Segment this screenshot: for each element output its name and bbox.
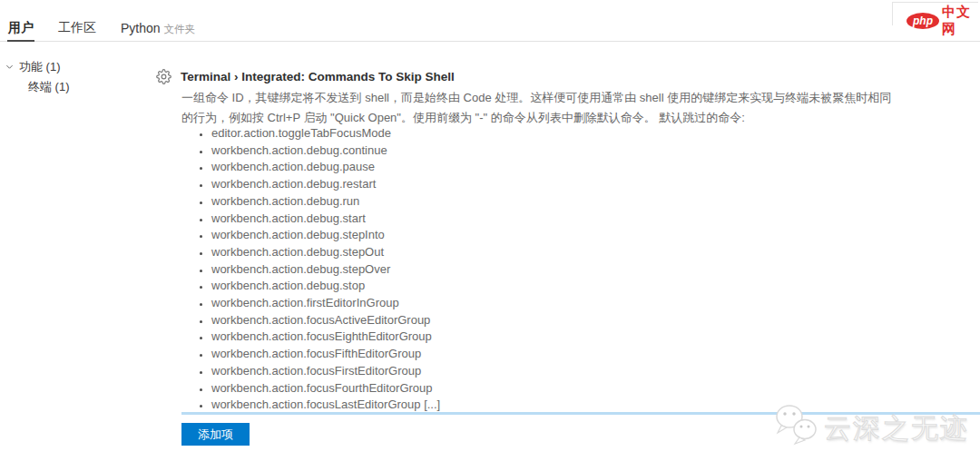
command-list-item: workbench.action.focusFifthEditorGroup bbox=[211, 346, 440, 363]
watermark: 云深之无迹 bbox=[771, 401, 969, 456]
setting-title: Terminal › Integrated: Commands To Skip … bbox=[181, 70, 455, 83]
toc-item-features[interactable]: 功能 (1) bbox=[0, 58, 70, 76]
command-list-item: workbench.action.debug.stepInto bbox=[211, 227, 440, 244]
tab-folder-suffix: 文件夹 bbox=[164, 24, 196, 34]
tab-python-label: Python bbox=[121, 21, 161, 35]
command-list: editor.action.toggleTabFocusModeworkbenc… bbox=[181, 125, 440, 414]
command-list-item: workbench.action.debug.pause bbox=[211, 159, 440, 176]
tab-user[interactable]: 用户 bbox=[8, 20, 34, 41]
php-cn-logo: php 中文网 bbox=[906, 4, 980, 38]
command-list-item: workbench.action.focusFourthEditorGroup bbox=[211, 380, 440, 397]
setting-category: Terminal › Integrated: bbox=[181, 70, 309, 83]
command-list-item: workbench.action.focusActiveEditorGroup bbox=[211, 312, 440, 329]
chevron-down-icon bbox=[5, 61, 15, 74]
setting-name: Commands To Skip Shell bbox=[309, 70, 455, 83]
watermark-text: 云深之无迹 bbox=[824, 410, 969, 447]
tab-workspace[interactable]: 工作区 bbox=[58, 20, 96, 41]
command-list-item: workbench.action.debug.continue bbox=[211, 142, 440, 160]
command-list-item: editor.action.toggleTabFocusMode bbox=[211, 125, 440, 142]
command-list-item: workbench.action.debug.run bbox=[211, 193, 440, 211]
tab-python-folder[interactable]: Python文件夹 bbox=[121, 21, 195, 41]
wechat-icon bbox=[771, 401, 824, 456]
toc-features-label: 功能 (1) bbox=[19, 59, 61, 75]
php-logo-text: 中文网 bbox=[942, 4, 980, 38]
command-list-item: workbench.action.focusEighthEditorGroup bbox=[211, 329, 440, 346]
command-list-item: workbench.action.debug.stepOut bbox=[211, 244, 440, 261]
command-list-item: workbench.action.debug.stop bbox=[211, 278, 440, 295]
add-item-button[interactable]: 添加项 bbox=[181, 423, 250, 446]
toc-terminal-label: 终端 (1) bbox=[28, 80, 70, 93]
settings-toc: 功能 (1) 终端 (1) bbox=[0, 58, 70, 97]
setting-header: Terminal › Integrated: Commands To Skip … bbox=[156, 69, 455, 84]
toc-item-terminal[interactable]: 终端 (1) bbox=[0, 79, 70, 97]
settings-scope-tabbar: 用户 工作区 Python文件夹 bbox=[0, 19, 980, 42]
command-list-item: workbench.action.debug.stepOver bbox=[211, 261, 440, 279]
command-list-item: workbench.action.focusFirstEditorGroup bbox=[211, 363, 440, 380]
gear-icon[interactable] bbox=[156, 69, 172, 84]
setting-description: 一组命令 ID，其键绑定将不发送到 shell，而是始终由 Code 处理。这样… bbox=[181, 88, 898, 127]
command-list-item: workbench.action.firstEditorInGroup bbox=[211, 295, 440, 312]
php-logo-badge: php bbox=[906, 13, 939, 29]
command-list-item: workbench.action.debug.restart bbox=[211, 176, 440, 193]
command-list-item: workbench.action.debug.start bbox=[211, 211, 440, 228]
